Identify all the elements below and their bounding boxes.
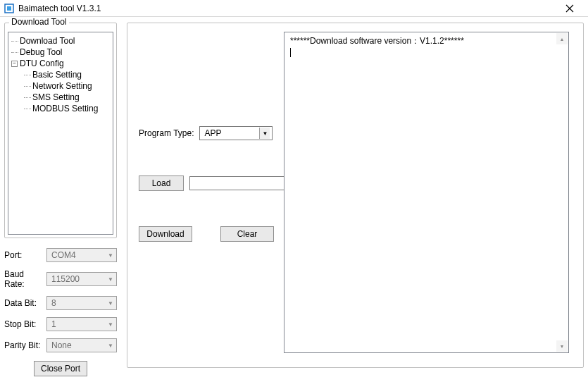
program-type-label: Program Type: bbox=[139, 128, 194, 138]
window-title: Baimatech tool V1.3.1 bbox=[18, 4, 556, 13]
load-button[interactable]: Load bbox=[139, 175, 184, 191]
tree-item-sms-setting[interactable]: SMS Setting bbox=[11, 92, 110, 103]
download-button[interactable]: Download bbox=[139, 226, 192, 242]
tree-item-download-tool[interactable]: Download Tool bbox=[11, 35, 110, 47]
stop-bit-label: Stop Bit: bbox=[4, 319, 46, 329]
tree-item-network-setting[interactable]: Network Setting bbox=[11, 80, 110, 92]
chevron-down-icon: ▼ bbox=[108, 252, 113, 259]
svg-rect-1 bbox=[7, 6, 11, 11]
port-label: Port: bbox=[4, 250, 46, 260]
tree-item-modbus-setting[interactable]: MODBUS Setting bbox=[11, 103, 110, 114]
close-icon[interactable] bbox=[556, 0, 584, 16]
file-path-input[interactable] bbox=[189, 176, 288, 190]
parity-bit-select: None▼ bbox=[46, 338, 117, 352]
baud-select: 115200▼ bbox=[46, 272, 117, 286]
nav-tree: Download Tool Debug Tool − DTU Config Ba… bbox=[8, 32, 113, 235]
left-groupbox: Download Tool Download Tool Debug Tool −… bbox=[4, 23, 117, 238]
data-bit-label: Data Bit: bbox=[4, 298, 46, 308]
stop-bit-select: 1▼ bbox=[46, 317, 117, 331]
parity-bit-label: Parity Bit: bbox=[4, 340, 46, 350]
app-icon bbox=[4, 4, 14, 13]
chevron-down-icon: ▼ bbox=[108, 276, 113, 283]
minus-icon[interactable]: − bbox=[11, 61, 18, 67]
clear-button[interactable]: Clear bbox=[220, 226, 274, 242]
log-output[interactable]: ******Download software version：V1.1.2**… bbox=[284, 32, 569, 353]
right-groupbox: Program Type: APP ▼ Load Download Clear … bbox=[127, 23, 584, 368]
tree-item-dtu-config[interactable]: − DTU Config bbox=[11, 58, 110, 69]
baud-label: Baud Rate: bbox=[4, 269, 46, 289]
chevron-down-icon: ▼ bbox=[108, 321, 113, 328]
scroll-down-icon[interactable]: ▾ bbox=[556, 340, 568, 352]
tree-item-basic-setting[interactable]: Basic Setting bbox=[11, 69, 110, 80]
chevron-down-icon: ▼ bbox=[259, 128, 270, 139]
group-title: Download Tool bbox=[9, 17, 69, 27]
log-line: ******Download software version：V1.1.2**… bbox=[290, 35, 563, 47]
port-select: COM4▼ bbox=[46, 248, 117, 262]
close-port-button[interactable]: Close Port bbox=[34, 361, 87, 376]
text-caret bbox=[290, 48, 291, 57]
chevron-down-icon: ▼ bbox=[108, 300, 113, 307]
titlebar: Baimatech tool V1.3.1 bbox=[0, 0, 588, 17]
tree-item-debug-tool[interactable]: Debug Tool bbox=[11, 47, 110, 58]
chevron-down-icon: ▼ bbox=[108, 343, 113, 349]
data-bit-select: 8▼ bbox=[46, 296, 117, 310]
scroll-up-icon[interactable]: ▴ bbox=[556, 33, 568, 44]
program-type-select[interactable]: APP ▼ bbox=[199, 126, 273, 140]
